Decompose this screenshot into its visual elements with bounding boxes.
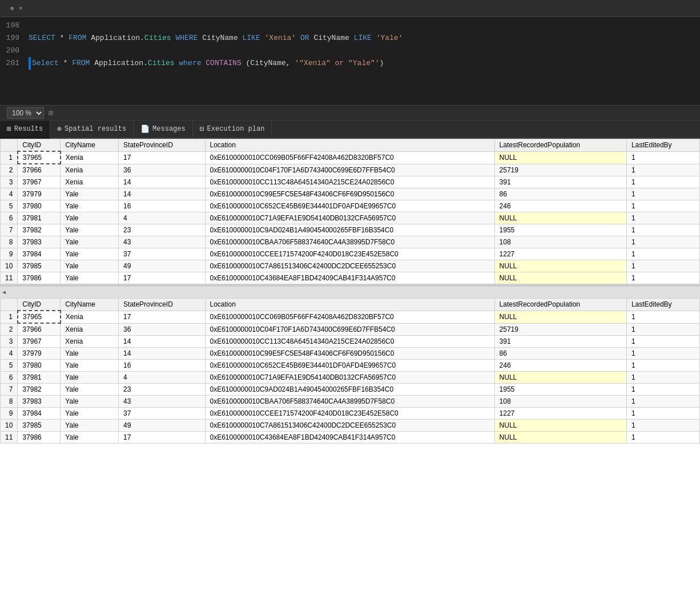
scroll-left-icon[interactable]: ◀	[2, 289, 6, 296]
table-row[interactable]: 937984Yale370xE6100000010CCEE171574200F4…	[1, 248, 700, 260]
line-number: 201	[0, 57, 29, 70]
cell-cityid[interactable]: 37965	[18, 311, 61, 323]
sql-token	[296, 34, 300, 42]
table-row[interactable]: 437979Yale140xE6100000010C99E5FC5E548F43…	[1, 348, 700, 360]
cell-cityid[interactable]: 37967	[18, 336, 61, 348]
cell-editor: 1	[626, 323, 699, 336]
cell-cityid[interactable]: 37982	[18, 224, 61, 236]
line-number: 199	[0, 32, 29, 45]
sql-token: '"Xenia" or "Yale"'	[295, 59, 379, 67]
cell-cityid[interactable]: 37981	[18, 372, 61, 384]
cell-cityid[interactable]: 37966	[18, 164, 61, 176]
zoom-dropdown[interactable]: 100 % 75 % 125 %	[7, 107, 44, 119]
cell-cityname: Yale	[61, 360, 119, 372]
table-row[interactable]: 637981Yale40xE6100000010C71A9EFA1E9D5414…	[1, 372, 700, 384]
cell-cityid[interactable]: 37983	[18, 236, 61, 248]
sql-token: SELECT	[29, 34, 55, 42]
cell-cityid[interactable]: 37981	[18, 212, 61, 224]
row-num-cell: 5	[1, 360, 18, 372]
table-row[interactable]: 337967Xenia140xE6100000010CC113C48A64514…	[1, 176, 700, 188]
results-table-1[interactable]: CityIDCityNameStateProvinceIDLocationLat…	[0, 139, 700, 287]
cell-cityid[interactable]: 37967	[18, 176, 61, 188]
table-row[interactable]: 837983Yale430xE6100000010CBAA706F5883746…	[1, 396, 700, 408]
cell-cityid[interactable]: 37985	[18, 420, 61, 432]
cell-population: 1227	[494, 408, 626, 420]
cell-cityid[interactable]: 37980	[18, 360, 61, 372]
table-row[interactable]: 537980Yale160xE6100000010C652CE45B69E344…	[1, 200, 700, 212]
table-row[interactable]: 837983Yale430xE6100000010CBAA706F5883746…	[1, 236, 700, 248]
table-row[interactable]: 937984Yale370xE6100000010CCEE171574200F4…	[1, 408, 700, 420]
cell-cityid[interactable]: 37986	[18, 432, 61, 444]
tab-messages[interactable]: 📄Messages	[134, 120, 193, 138]
cell-population: 108	[494, 236, 626, 248]
col-header-StateProvinceID: StateProvinceID	[119, 299, 205, 311]
scroll-divider[interactable]: ◀	[0, 287, 700, 298]
cell-location: 0xE6100000010C9AD024B1A490454000265FBF16…	[205, 384, 494, 396]
cell-location: 0xE6100000010C43684EA8F1BD42409CAB41F314…	[205, 272, 494, 284]
table-row[interactable]: 137965Xenia170xE6100000010CC069B05F66FF4…	[1, 151, 700, 164]
table-row[interactable]: 1037985Yale490xE6100000010C7A861513406C4…	[1, 420, 700, 432]
cell-cityname: Xenia	[61, 311, 119, 323]
table-row[interactable]: 237966Xenia360xE6100000010C04F170F1A6D74…	[1, 323, 700, 336]
cell-population: 391	[494, 336, 626, 348]
cell-editor: 1	[626, 384, 699, 396]
cell-location: 0xE6100000010CCEE171574200F4240D018C23E4…	[205, 408, 494, 420]
cell-cityid[interactable]: 37985	[18, 260, 61, 272]
cell-cityid[interactable]: 37982	[18, 384, 61, 396]
line-content[interactable]: SELECT * FROM Application.Cities WHERE C…	[29, 32, 700, 45]
table-row[interactable]: 737982Yale230xE6100000010C9AD024B1A49045…	[1, 224, 700, 236]
code-line: 201Select * FROM Application.Cities wher…	[0, 57, 700, 70]
table-row[interactable]: 437979Yale140xE6100000010C99E5FC5E548F43…	[1, 188, 700, 200]
cell-stateid: 17	[119, 272, 205, 284]
cell-cityid[interactable]: 37965	[18, 151, 61, 164]
pin-icon[interactable]: ⊕	[10, 5, 14, 12]
close-icon[interactable]: ×	[19, 5, 23, 12]
cell-cityid[interactable]: 37966	[18, 323, 61, 336]
line-number: 200	[0, 45, 29, 57]
cell-location: 0xE6100000010CC069B05F66FF42408A462D8320…	[205, 151, 494, 164]
results-tab-icon: ⊞	[7, 124, 11, 134]
cell-population: 1955	[494, 384, 626, 396]
cell-stateid: 43	[119, 396, 205, 408]
cell-population: 108	[494, 396, 626, 408]
table-row[interactable]: 1137986Yale170xE6100000010C43684EA8F1BD4…	[1, 272, 700, 284]
cell-location: 0xE6100000010C04F170F1A6D743400C699E6D7F…	[205, 164, 494, 176]
cell-cityid[interactable]: 37983	[18, 396, 61, 408]
row-num-cell: 4	[1, 188, 18, 200]
results-table-2[interactable]: CityIDCityNameStateProvinceIDLocationLat…	[0, 298, 700, 612]
cell-cityid[interactable]: 37980	[18, 200, 61, 212]
sql-token: (CityName,	[242, 59, 295, 67]
line-content[interactable]: Select * FROM Application.Cities where C…	[32, 57, 700, 70]
cell-cityid[interactable]: 37984	[18, 408, 61, 420]
cell-editor: 1	[626, 408, 699, 420]
row-num-cell: 11	[1, 432, 18, 444]
row-num-cell: 10	[1, 260, 18, 272]
cell-editor: 1	[626, 200, 699, 212]
cell-location: 0xE6100000010CC113C48A64514340A215CE24A0…	[205, 336, 494, 348]
col-header-CityName: CityName	[61, 139, 119, 152]
table-row[interactable]: 137965Xenia170xE6100000010CC069B05F66FF4…	[1, 311, 700, 323]
cell-location: 0xE6100000010C99E5FC5E548F43406CF6F69D95…	[205, 188, 494, 200]
cell-cityid[interactable]: 37979	[18, 188, 61, 200]
table-row[interactable]: 737982Yale230xE6100000010C9AD024B1A49045…	[1, 384, 700, 396]
cell-cityid[interactable]: 37979	[18, 348, 61, 360]
table-row[interactable]: 1037985Yale490xE6100000010C7A861513406C4…	[1, 260, 700, 272]
table-row[interactable]: 237966Xenia360xE6100000010C04F170F1A6D74…	[1, 164, 700, 176]
cell-stateid: 4	[119, 212, 205, 224]
row-num-cell: 4	[1, 348, 18, 360]
row-num-cell: 10	[1, 420, 18, 432]
cell-editor: 1	[626, 360, 699, 372]
sql-token: Select	[32, 59, 59, 67]
tab-results[interactable]: ⊞Results	[0, 120, 50, 139]
editor-area[interactable]: 198199SELECT * FROM Application.Cities W…	[0, 17, 700, 106]
tab-execution[interactable]: ⊟Execution plan	[193, 120, 272, 138]
table-row[interactable]: 1137986Yale170xE6100000010C43684EA8F1BD4…	[1, 432, 700, 444]
table-row[interactable]: 637981Yale40xE6100000010C71A9EFA1E9D5414…	[1, 212, 700, 224]
cell-editor: 1	[626, 176, 699, 188]
table-row[interactable]: 537980Yale160xE6100000010C652CE45B69E344…	[1, 360, 700, 372]
cell-cityid[interactable]: 37984	[18, 248, 61, 260]
cell-cityid[interactable]: 37986	[18, 272, 61, 284]
col-header-LatestRecordedPopulation: LatestRecordedPopulation	[494, 139, 626, 152]
table-row[interactable]: 337967Xenia140xE6100000010CC113C48A64514…	[1, 336, 700, 348]
tab-spatial[interactable]: ⊕Spatial results	[50, 120, 134, 138]
